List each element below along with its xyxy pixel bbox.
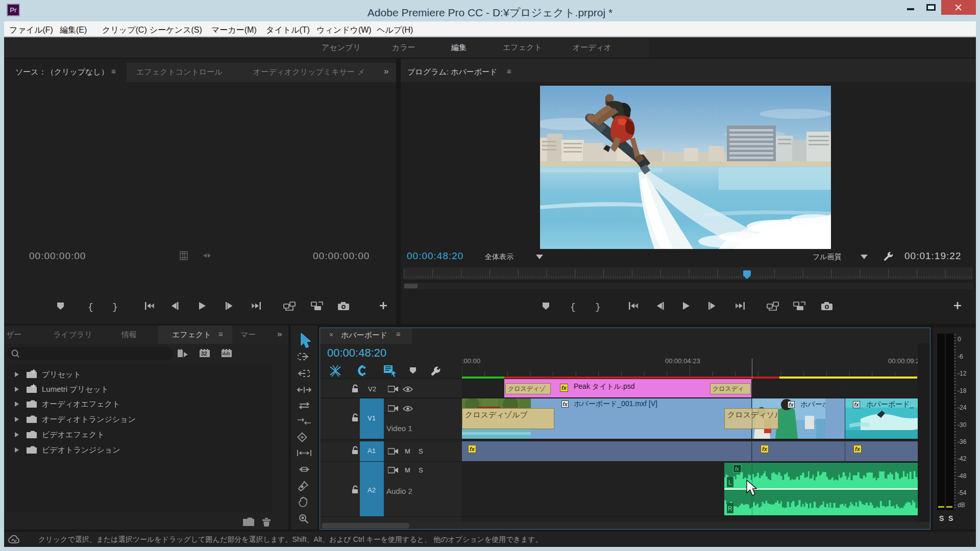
svg-text:オーディオトランジション: オーディオトランジション: [42, 415, 136, 423]
svg-text:R: R: [728, 505, 732, 512]
svg-text:L: L: [728, 479, 732, 486]
svg-text:Lumetri プリセット: Lumetri プリセット: [42, 385, 109, 393]
svg-text:32: 32: [201, 350, 207, 357]
svg-text:ビデオエフェクト: ビデオエフェクト: [42, 430, 105, 439]
svg-text:ビデオトランジション: ビデオトランジション: [42, 445, 120, 454]
svg-text:fx: fx: [735, 466, 740, 472]
svg-text:オーディオエフェクト: オーディオエフェクト: [42, 399, 120, 408]
svg-text:プリセット: プリセット: [42, 370, 81, 379]
